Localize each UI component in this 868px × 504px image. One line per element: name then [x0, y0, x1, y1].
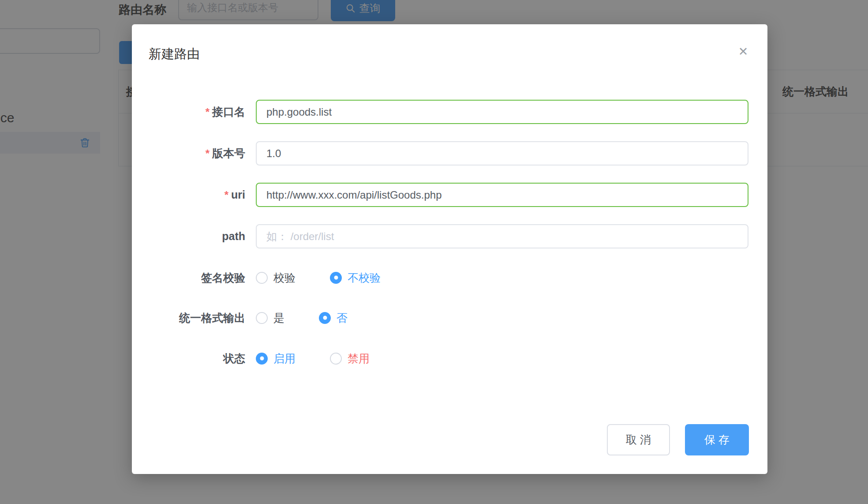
form-row-sign-check: 签名校验 校验 不校验 — [132, 271, 767, 285]
required-marker: * — [206, 106, 210, 118]
unified-output-label: 统一格式输出 — [132, 311, 245, 325]
required-marker: * — [224, 189, 228, 201]
interface-name-input[interactable] — [256, 100, 748, 124]
uri-input[interactable] — [256, 183, 748, 207]
radio-selected-icon — [256, 353, 268, 365]
save-button[interactable]: 保 存 — [685, 424, 749, 455]
form-row-unified-output: 统一格式输出 是 否 — [132, 311, 767, 325]
path-label: path — [222, 230, 245, 242]
path-input[interactable] — [256, 224, 748, 248]
form-row-interface-name: *接口名 — [132, 100, 767, 124]
form-row-status: 状态 启用 禁用 — [132, 351, 767, 365]
sign-check-label: 签名校验 — [132, 271, 245, 285]
close-icon[interactable]: ✕ — [735, 44, 751, 60]
radio-icon — [330, 353, 342, 365]
radio-icon — [256, 312, 268, 324]
cancel-button[interactable]: 取 消 — [607, 424, 670, 455]
radio-selected-icon — [330, 272, 342, 284]
interface-name-label: 接口名 — [212, 105, 245, 118]
status-label: 状态 — [132, 351, 245, 366]
radio-sign-check-yes[interactable]: 校验 — [256, 271, 296, 285]
new-route-dialog: 新建路由 ✕ *接口名 *版本号 *uri path — [132, 24, 767, 474]
radio-status-disabled[interactable]: 禁用 — [330, 351, 370, 366]
dialog-title: 新建路由 — [149, 45, 200, 63]
radio-sign-check-no[interactable]: 不校验 — [330, 271, 381, 285]
form-row-version: *版本号 — [132, 141, 767, 165]
radio-unified-output-no[interactable]: 否 — [319, 311, 348, 325]
radio-icon — [256, 272, 268, 284]
page: 路由名称 查询 ice 接口名 统一格式输出 新建路由 ✕ — [0, 0, 868, 504]
version-label: 版本号 — [212, 147, 245, 159]
version-input[interactable] — [256, 141, 748, 165]
form-row-uri: *uri — [132, 183, 767, 207]
uri-label: uri — [231, 188, 245, 201]
radio-status-enabled[interactable]: 启用 — [256, 351, 296, 366]
radio-unified-output-yes[interactable]: 是 — [256, 311, 284, 325]
form-row-path: path — [132, 224, 767, 248]
radio-selected-icon — [319, 312, 331, 324]
required-marker: * — [206, 147, 210, 159]
